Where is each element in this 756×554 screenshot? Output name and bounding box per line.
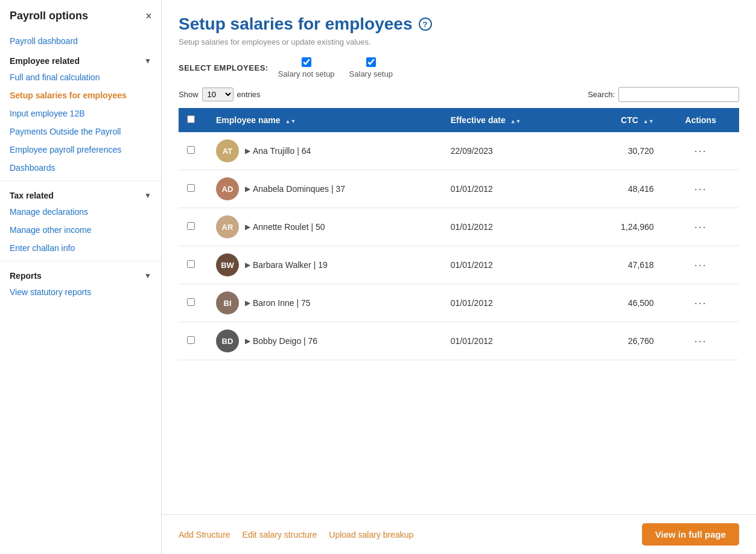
search-control: Search: — [588, 87, 739, 102]
sidebar-section-label: Employee related — [10, 56, 80, 66]
table-row: BW ▶ Barbara Walker | 19 01/01/2012 47,6… — [179, 246, 739, 284]
row-checkbox[interactable] — [187, 260, 195, 268]
table-body: AT ▶ Ana Trujillo | 64 22/09/2023 30,720… — [179, 132, 739, 360]
row-checkbox[interactable] — [187, 298, 195, 306]
row-checkbox[interactable] — [187, 222, 195, 230]
actions-menu-button[interactable]: ··· — [694, 259, 707, 271]
employee-name-cell: BW ▶ Barbara Walker | 19 — [208, 246, 442, 284]
employee-name-cell: AT ▶ Ana Trujillo | 64 — [208, 132, 442, 170]
select-employees-label: SELECT EMPLOYEES: — [179, 63, 268, 72]
actions-menu-button[interactable]: ··· — [694, 297, 707, 309]
show-label: Show — [179, 90, 199, 99]
chevron-down-icon: ▼ — [144, 57, 151, 65]
view-full-page-button[interactable]: View in full page — [642, 523, 739, 546]
expand-arrow-icon: ▶ — [245, 261, 250, 269]
sidebar-item-view-statutory[interactable]: View statutory reports — [0, 283, 161, 301]
expand-arrow-icon: ▶ — [245, 337, 250, 345]
sidebar-title: Payroll options — [10, 10, 88, 22]
salary-not-setup-checkbox[interactable] — [302, 57, 311, 67]
page-subtitle: Setup salaries for employees or update e… — [179, 37, 739, 46]
employee-name[interactable]: ▶ Anabela Dominques | 37 — [245, 184, 345, 194]
effective-date-cell: 22/09/2023 — [442, 132, 582, 170]
effective-date-cell: 01/01/2012 — [442, 208, 582, 246]
chevron-down-icon-reports: ▼ — [144, 272, 151, 280]
sidebar: Payroll options × Payroll dashboard Empl… — [0, 0, 162, 554]
employee-name[interactable]: ▶ Barbara Walker | 19 — [245, 260, 328, 270]
row-checkbox-cell — [179, 208, 208, 246]
close-icon[interactable]: × — [146, 11, 151, 22]
actions-cell: ··· — [662, 170, 739, 208]
sidebar-item-manage-declarations[interactable]: Manage declarations — [0, 203, 161, 221]
sidebar-item-payments-outside[interactable]: Payments Outside the Payroll — [0, 123, 161, 141]
table-row: AD ▶ Anabela Dominques | 37 01/01/2012 4… — [179, 170, 739, 208]
employee-name[interactable]: ▶ Annette Roulet | 50 — [245, 222, 325, 232]
th-employee-name[interactable]: Employee name ▲▼ — [208, 108, 442, 132]
ctc-cell: 47,618 — [582, 246, 662, 284]
ctc-cell: 26,760 — [582, 322, 662, 360]
actions-cell: ··· — [662, 132, 739, 170]
entries-select[interactable]: 10 25 50 100 — [202, 88, 233, 101]
add-structure-link[interactable]: Add Structure — [179, 530, 230, 540]
edit-salary-structure-link[interactable]: Edit salary structure — [243, 530, 317, 540]
sidebar-item-dashboards[interactable]: Dashboards — [0, 159, 161, 177]
show-entries-control: Show 10 25 50 100 entries — [179, 88, 261, 101]
actions-cell: ··· — [662, 322, 739, 360]
avatar: AT — [216, 139, 239, 162]
sidebar-section-tax-related[interactable]: Tax related ▼ — [0, 185, 161, 203]
row-checkbox[interactable] — [187, 146, 195, 154]
sidebar-item-manage-other-income[interactable]: Manage other income — [0, 221, 161, 239]
ctc-cell: 46,500 — [582, 284, 662, 322]
ctc-cell: 30,720 — [582, 132, 662, 170]
th-effective-date[interactable]: Effective date ▲▼ — [442, 108, 582, 132]
sidebar-section-employee-related[interactable]: Employee related ▼ — [0, 50, 161, 68]
sidebar-section-reports[interactable]: Reports ▼ — [0, 265, 161, 283]
th-select-all — [179, 108, 208, 132]
effective-date-cell: 01/01/2012 — [442, 246, 582, 284]
avatar: BW — [216, 253, 239, 276]
th-ctc-label: CTC — [621, 115, 638, 125]
employee-name-cell: AD ▶ Anabela Dominques | 37 — [208, 170, 442, 208]
avatar: BD — [216, 330, 239, 352]
employee-name[interactable]: ▶ Baron Inne | 75 — [245, 298, 310, 308]
help-icon[interactable]: ? — [419, 18, 432, 31]
effective-date-cell: 01/01/2012 — [442, 322, 582, 360]
sidebar-item-enter-challan[interactable]: Enter challan info — [0, 239, 161, 257]
row-checkbox[interactable] — [187, 184, 195, 192]
employee-name[interactable]: ▶ Bobby Deigo | 76 — [245, 336, 317, 346]
sidebar-item-setup-salaries[interactable]: Setup salaries for employees — [0, 86, 161, 104]
actions-menu-button[interactable]: ··· — [694, 335, 707, 347]
employees-table: Employee name ▲▼ Effective date ▲▼ CTC ▲… — [179, 108, 739, 360]
salary-not-setup-label: Salary not setup — [278, 69, 335, 78]
sidebar-item-input-12b[interactable]: Input employee 12B — [0, 104, 161, 123]
effective-date-cell: 01/01/2012 — [442, 170, 582, 208]
actions-menu-button[interactable]: ··· — [694, 221, 707, 233]
sidebar-item-payroll-dashboard[interactable]: Payroll dashboard — [0, 32, 161, 50]
row-checkbox[interactable] — [187, 336, 195, 344]
actions-cell: ··· — [662, 246, 739, 284]
actions-menu-button[interactable]: ··· — [694, 183, 707, 195]
expand-arrow-icon: ▶ — [245, 299, 250, 307]
expand-arrow-icon: ▶ — [245, 147, 250, 155]
checkbox-group: Salary not setup Salary setup — [278, 57, 393, 78]
search-input[interactable] — [618, 87, 739, 102]
sidebar-item-full-final[interactable]: Full and final calculation — [0, 68, 161, 86]
row-checkbox-cell — [179, 246, 208, 284]
salary-setup-checkbox[interactable] — [366, 57, 376, 67]
actions-menu-button[interactable]: ··· — [694, 145, 707, 157]
expand-arrow-icon: ▶ — [245, 223, 250, 231]
table-controls: Show 10 25 50 100 entries Search: — [179, 87, 739, 102]
row-checkbox-cell — [179, 284, 208, 322]
upload-salary-breakup-link[interactable]: Upload salary breakup — [329, 530, 413, 540]
actions-cell: ··· — [662, 208, 739, 246]
salary-setup-filter: Salary setup — [349, 57, 393, 78]
th-employee-name-label: Employee name — [216, 115, 281, 125]
sidebar-header: Payroll options × — [0, 10, 161, 32]
th-actions: Actions — [662, 108, 739, 132]
select-all-checkbox[interactable] — [187, 115, 195, 123]
main-panel: Setup salaries for employees ? Setup sal… — [162, 0, 756, 554]
th-ctc[interactable]: CTC ▲▼ — [582, 108, 662, 132]
sidebar-item-employee-payroll-prefs[interactable]: Employee payroll preferences — [0, 141, 161, 159]
sort-arrows-date: ▲▼ — [510, 119, 521, 124]
employee-name[interactable]: ▶ Ana Trujillo | 64 — [245, 146, 311, 156]
sort-arrows-name: ▲▼ — [285, 119, 296, 124]
